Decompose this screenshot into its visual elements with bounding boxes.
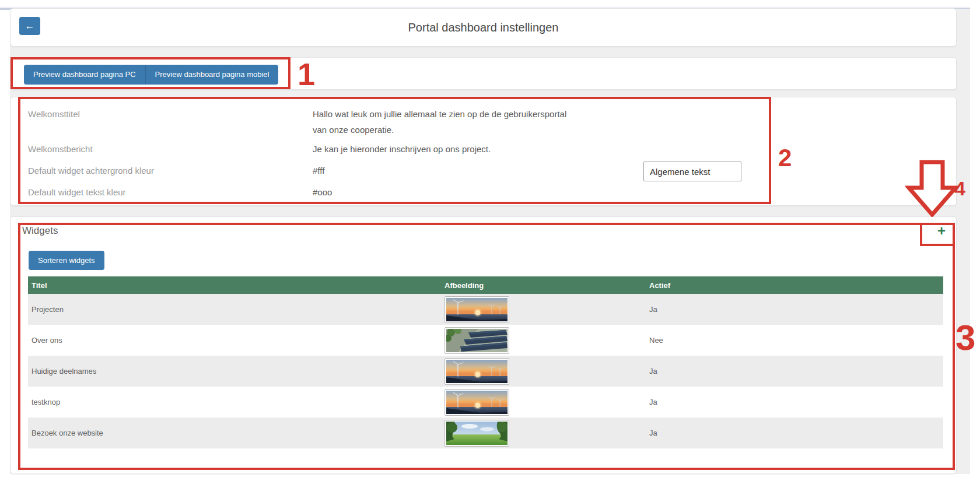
column-header-actief: Actief xyxy=(649,276,943,294)
widget-active-cell: Ja xyxy=(649,418,943,448)
column-header-titel: Titel xyxy=(28,276,444,294)
turbine-sunset-image xyxy=(446,360,508,383)
widgets-table-body: Projecten Ja Over xyxy=(28,294,943,448)
widget-image-cell xyxy=(444,387,649,418)
preview-button-group: Preview dashboard pagina PC Preview dash… xyxy=(24,65,278,85)
page-title: Portal dashboard instellingen xyxy=(10,21,956,34)
preview-mobile-button[interactable]: Preview dashboard pagina mobiel xyxy=(146,65,279,85)
setting-value-line2: van onze cooperatie. xyxy=(313,125,394,135)
algemene-tekst-input[interactable] xyxy=(643,162,741,181)
widget-thumbnail xyxy=(444,420,509,447)
setting-label: Default widget achtergrond kleur xyxy=(28,166,154,176)
setting-label: Default widget tekst kleur xyxy=(28,187,126,197)
setting-value: Je kan je hieronder inschrijven op ons p… xyxy=(313,144,491,154)
widget-thumbnail xyxy=(444,358,509,385)
setting-value: Hallo wat leuk om jullie allemaal te zie… xyxy=(313,109,566,119)
add-widget-button[interactable]: + xyxy=(937,224,946,238)
preview-buttons-card: Preview dashboard pagina PC Preview dash… xyxy=(10,57,957,90)
setting-label: Welkomsttitel xyxy=(28,109,80,119)
widgets-section-title: Widgets xyxy=(22,225,58,237)
setting-value: #fff xyxy=(313,166,324,176)
widget-image-cell xyxy=(444,294,649,325)
widget-image-cell xyxy=(444,356,649,387)
sort-widgets-button[interactable]: Sorteren widgets xyxy=(29,251,104,270)
setting-label: Welkomstbericht xyxy=(28,144,93,154)
widget-active-cell: Ja xyxy=(649,356,943,387)
widget-thumbnail xyxy=(444,296,509,323)
setting-value: #ooo xyxy=(313,187,332,197)
widget-active-cell: Ja xyxy=(649,294,943,325)
widget-image-cell xyxy=(444,325,649,356)
header-card: ← Portal dashboard instellingen xyxy=(10,8,957,47)
widget-title-cell: Huidige deelnames xyxy=(28,356,444,387)
widget-image-cell xyxy=(444,418,649,448)
column-header-afbeelding: Afbeelding xyxy=(444,276,649,294)
turbine-sunset-image xyxy=(446,391,508,414)
widget-thumbnail xyxy=(444,389,509,416)
table-row[interactable]: Bezoek onze website Ja xyxy=(28,418,943,448)
table-row[interactable]: Projecten Ja xyxy=(28,294,943,325)
widget-active-cell: Nee xyxy=(649,325,943,356)
table-row[interactable]: Over ons Nee xyxy=(28,325,943,356)
widget-thumbnail xyxy=(444,327,509,354)
table-header-row: Titel Afbeelding Actief xyxy=(28,276,943,294)
widget-title-cell: testknop xyxy=(28,387,444,418)
widgets-card: Widgets + Sorteren widgets Titel Afbeeld… xyxy=(10,216,957,474)
solar-panels-image xyxy=(446,329,508,352)
turbine-sunset-image xyxy=(446,298,508,321)
plus-icon: + xyxy=(937,223,946,239)
widgets-table: Titel Afbeelding Actief Projecten xyxy=(28,276,943,448)
widget-title-cell: Bezoek onze website xyxy=(28,418,444,448)
widget-active-cell: Ja xyxy=(649,387,943,418)
widget-title-cell: Projecten xyxy=(28,294,444,325)
table-row[interactable]: Huidige deelnames Ja xyxy=(28,356,943,387)
preview-pc-button[interactable]: Preview dashboard pagina PC xyxy=(24,65,146,85)
table-row[interactable]: testknop Ja xyxy=(28,387,943,418)
widget-title-cell: Over ons xyxy=(28,325,444,356)
meadow-image xyxy=(446,422,508,445)
settings-card: Welkomsttitel Hallo wat leuk om jullie a… xyxy=(10,97,957,206)
